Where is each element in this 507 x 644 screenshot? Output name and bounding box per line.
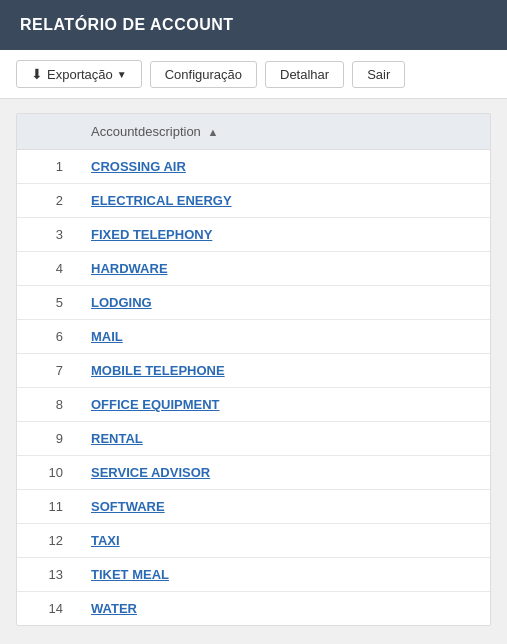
table-row: 9RENTAL	[17, 422, 490, 456]
config-button[interactable]: Configuração	[150, 61, 257, 88]
table-row: 2ELECTRICAL ENERGY	[17, 184, 490, 218]
account-link[interactable]: TIKET MEAL	[91, 567, 169, 582]
table-row: 13TIKET MEAL	[17, 558, 490, 592]
export-label: Exportação	[47, 67, 113, 82]
row-description: CROSSING AIR	[77, 150, 490, 184]
col-description-header[interactable]: Accountdescription ▲	[77, 114, 490, 150]
download-icon: ⬇	[31, 66, 43, 82]
detail-label: Detalhar	[280, 67, 329, 82]
exit-button[interactable]: Sair	[352, 61, 405, 88]
page-title: RELATÓRIO DE ACCOUNT	[20, 16, 234, 33]
account-link[interactable]: OFFICE EQUIPMENT	[91, 397, 220, 412]
row-number: 6	[17, 320, 77, 354]
row-number: 10	[17, 456, 77, 490]
account-link[interactable]: LODGING	[91, 295, 152, 310]
table-row: 12TAXI	[17, 524, 490, 558]
table-container: Accountdescription ▲ 1CROSSING AIR2ELECT…	[16, 113, 491, 626]
page-header: RELATÓRIO DE ACCOUNT	[0, 0, 507, 50]
row-number: 14	[17, 592, 77, 626]
table-row: 4HARDWARE	[17, 252, 490, 286]
config-label: Configuração	[165, 67, 242, 82]
row-description: WATER	[77, 592, 490, 626]
row-number: 8	[17, 388, 77, 422]
account-link[interactable]: SERVICE ADVISOR	[91, 465, 210, 480]
table-row: 3FIXED TELEPHONY	[17, 218, 490, 252]
row-number: 9	[17, 422, 77, 456]
table-row: 1CROSSING AIR	[17, 150, 490, 184]
account-link[interactable]: ELECTRICAL ENERGY	[91, 193, 232, 208]
row-description: HARDWARE	[77, 252, 490, 286]
account-link[interactable]: MOBILE TELEPHONE	[91, 363, 225, 378]
row-number: 5	[17, 286, 77, 320]
account-link[interactable]: TAXI	[91, 533, 120, 548]
toolbar: ⬇ Exportação ▼ Configuração Detalhar Sai…	[0, 50, 507, 99]
table-row: 5LODGING	[17, 286, 490, 320]
table-row: 14WATER	[17, 592, 490, 626]
main-content: Accountdescription ▲ 1CROSSING AIR2ELECT…	[0, 99, 507, 640]
account-link[interactable]: WATER	[91, 601, 137, 616]
exit-label: Sair	[367, 67, 390, 82]
row-number: 11	[17, 490, 77, 524]
row-number: 13	[17, 558, 77, 592]
row-description: TIKET MEAL	[77, 558, 490, 592]
account-link[interactable]: RENTAL	[91, 431, 143, 446]
chevron-down-icon: ▼	[117, 69, 127, 80]
row-description: OFFICE EQUIPMENT	[77, 388, 490, 422]
row-description: FIXED TELEPHONY	[77, 218, 490, 252]
row-description: SERVICE ADVISOR	[77, 456, 490, 490]
row-description: TAXI	[77, 524, 490, 558]
table-row: 8OFFICE EQUIPMENT	[17, 388, 490, 422]
row-number: 2	[17, 184, 77, 218]
table-row: 6MAIL	[17, 320, 490, 354]
row-number: 4	[17, 252, 77, 286]
account-link[interactable]: MAIL	[91, 329, 123, 344]
table-row: 7MOBILE TELEPHONE	[17, 354, 490, 388]
export-button[interactable]: ⬇ Exportação ▼	[16, 60, 142, 88]
row-description: SOFTWARE	[77, 490, 490, 524]
row-description: MOBILE TELEPHONE	[77, 354, 490, 388]
row-number: 3	[17, 218, 77, 252]
detail-button[interactable]: Detalhar	[265, 61, 344, 88]
row-number: 7	[17, 354, 77, 388]
col-num-header	[17, 114, 77, 150]
table-row: 10SERVICE ADVISOR	[17, 456, 490, 490]
account-link[interactable]: HARDWARE	[91, 261, 168, 276]
account-link[interactable]: CROSSING AIR	[91, 159, 186, 174]
row-number: 1	[17, 150, 77, 184]
table-header-row: Accountdescription ▲	[17, 114, 490, 150]
row-description: LODGING	[77, 286, 490, 320]
row-description: RENTAL	[77, 422, 490, 456]
account-link[interactable]: FIXED TELEPHONY	[91, 227, 212, 242]
accounts-table: Accountdescription ▲ 1CROSSING AIR2ELECT…	[17, 114, 490, 625]
table-row: 11SOFTWARE	[17, 490, 490, 524]
account-link[interactable]: SOFTWARE	[91, 499, 165, 514]
row-description: ELECTRICAL ENERGY	[77, 184, 490, 218]
sort-asc-icon: ▲	[207, 126, 218, 138]
row-number: 12	[17, 524, 77, 558]
row-description: MAIL	[77, 320, 490, 354]
